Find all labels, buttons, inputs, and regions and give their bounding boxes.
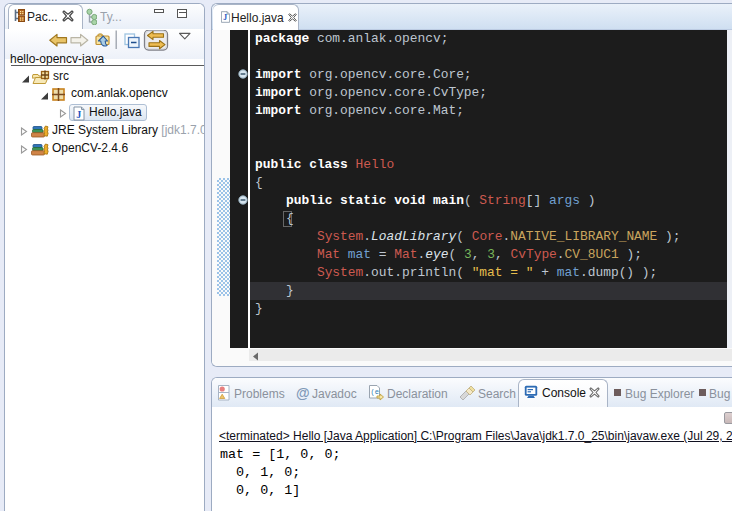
svg-text:J: J <box>76 109 81 120</box>
svg-text:(e: (e <box>371 388 379 396</box>
svg-text:J: J <box>223 13 227 22</box>
